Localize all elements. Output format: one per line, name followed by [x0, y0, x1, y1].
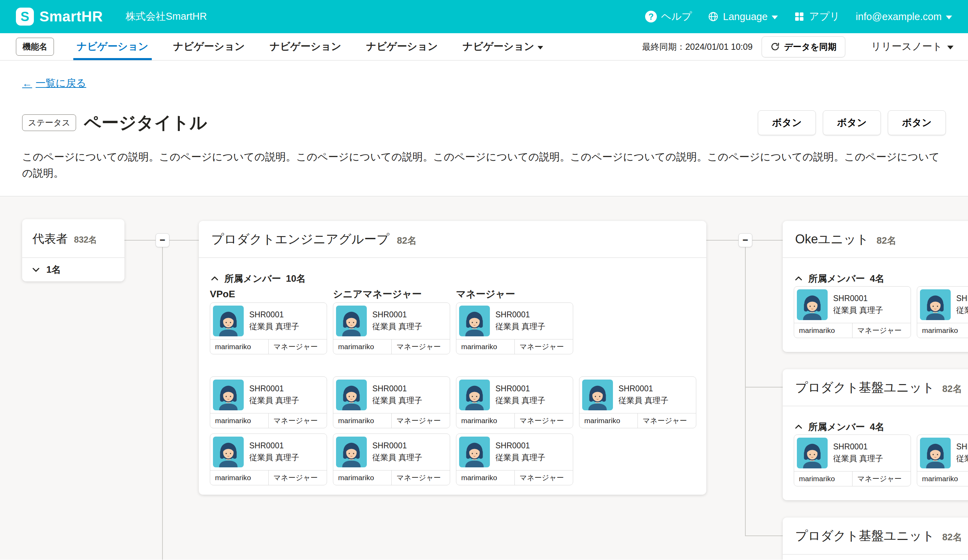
employee-role: マネージャー: [852, 472, 911, 486]
employee-name: 従業員 真理子: [956, 305, 968, 316]
employee-role: マネージャー: [514, 471, 573, 485]
page-actions: ボタン ボタン ボタン: [758, 110, 946, 135]
employee-card[interactable]: SHR0001 従業員 真理子 marimariko マネージャー: [456, 434, 573, 485]
employee-card[interactable]: SHR0001 従業員 真理子 marimariko マネージャー: [210, 434, 327, 485]
members-toggle[interactable]: 所属メンバー 10名: [210, 272, 306, 285]
employee-id: SHR0001: [956, 294, 968, 303]
employee-card[interactable]: SHR0001 従業員 真理子 marimariko マネージャー: [456, 376, 573, 428]
employee-role: マネージャー: [514, 340, 573, 354]
employee-card-footer: marimariko マネージャー: [794, 323, 911, 338]
member-row: SHR0001 従業員 真理子 marimariko マネージャー: [794, 434, 968, 486]
employee-card[interactable]: SHR0001 従業員 真理子 marimariko マネージャー: [794, 434, 911, 486]
account-menu[interactable]: info@example.com: [856, 11, 952, 22]
apps-label: アプリ: [809, 10, 840, 23]
employee-card[interactable]: SHR0001 従業員 真理子 marimariko マネージャー: [333, 376, 450, 428]
chevron-up-icon: [794, 422, 804, 432]
employee-avatar: [213, 379, 244, 410]
nav-tab-4[interactable]: ナビゲーション: [363, 33, 441, 60]
minus-icon: −: [160, 235, 165, 246]
org-root-card[interactable]: 代表者 832名 1名: [22, 219, 124, 282]
collapse-button[interactable]: −: [156, 234, 169, 247]
sync-data-button[interactable]: データを同期: [762, 36, 845, 57]
back-to-list-link[interactable]: ← 一覧に戻る: [22, 76, 86, 90]
employee-name: 従業員 真理子: [833, 453, 883, 464]
org-group-card-kiban-2: プロダクト基盤ユニット 82名 所属メンバー 4名: [783, 517, 968, 560]
nav-tab-1[interactable]: ナビゲーション: [73, 33, 152, 60]
employee-card-main: SHR0001 従業員 真理子: [794, 435, 911, 471]
action-button-3[interactable]: ボタン: [888, 110, 946, 135]
last-sync-time: 最終同期：2024/01/01 10:09: [642, 41, 753, 53]
employee-role: マネージャー: [268, 340, 327, 354]
connector-line: [752, 240, 783, 240]
employee-card[interactable]: SHR0001 従業員 真理子 marimariko マネージャー: [333, 434, 450, 485]
nav-tab-2[interactable]: ナビゲーション: [170, 33, 248, 60]
employee-username: marimariko: [333, 340, 391, 354]
employee-card-footer: marimariko マネージャー: [456, 413, 573, 428]
language-menu[interactable]: Language: [708, 11, 778, 22]
employee-avatar: [459, 306, 490, 336]
employee-username: marimariko: [210, 340, 268, 354]
apps-menu[interactable]: アプリ: [794, 10, 840, 23]
employee-card-main: SHR0001 従業員 真理子: [917, 435, 968, 471]
apps-icon: [794, 11, 805, 22]
employee-avatar: [213, 306, 244, 336]
employee-card[interactable]: SHR0001 従業員 真理子 marimariko マネージャー: [917, 434, 968, 486]
employee-card[interactable]: SHR0001 従業員 真理子 marimariko マネージャー: [210, 303, 327, 354]
employee-card[interactable]: SHR0001 従業員 真理子 marimariko マネージャー: [333, 303, 450, 354]
minus-icon: −: [743, 235, 748, 246]
group-header: Okeユニット 82名: [783, 221, 968, 258]
smarthr-logo-icon[interactable]: S: [16, 8, 34, 26]
members-toggle[interactable]: 所属メンバー 4名: [794, 272, 884, 285]
group-header: プロダクト基盤ユニット 82名: [783, 517, 968, 555]
nav-tab-3[interactable]: ナビゲーション: [266, 33, 345, 60]
role-label: VPoE: [210, 289, 327, 299]
employee-card-main: SHR0001 従業員 真理子: [210, 377, 327, 413]
employee-card[interactable]: SHR0001 従業員 真理子 marimariko マネージャー: [794, 286, 911, 338]
employee-name: 従業員 真理子: [496, 395, 545, 406]
employee-card[interactable]: SHR0001 従業員 真理子 marimariko マネージャー: [917, 286, 968, 338]
help-menu[interactable]: ? ヘルプ: [645, 10, 692, 23]
employee-avatar: [920, 289, 951, 320]
employee-card-footer: marimariko マネージャー: [917, 471, 968, 486]
members-toggle[interactable]: 所属メンバー 4名: [794, 421, 884, 433]
release-notes-menu[interactable]: リリースノート: [857, 40, 968, 54]
group-name: プロダクト基盤ユニット: [795, 527, 935, 545]
employee-card[interactable]: SHR0001 従業員 真理子 marimariko マネージャー: [579, 376, 696, 428]
employee-avatar: [459, 379, 490, 410]
nav-tab-5[interactable]: ナビゲーション: [459, 33, 547, 60]
employee-id: SHR0001: [372, 384, 422, 393]
employee-card-footer: marimariko マネージャー: [333, 470, 450, 485]
collapse-button[interactable]: −: [738, 234, 752, 247]
employee-avatar: [920, 437, 951, 469]
root-expand-toggle[interactable]: 1名: [22, 257, 124, 282]
connector-line: [745, 247, 746, 536]
employee-card-main: SHR0001 従業員 真理子: [917, 287, 968, 323]
chevron-down-icon: [946, 15, 952, 19]
employee-card-main: SHR0001 従業員 真理子: [333, 303, 450, 339]
action-button-2[interactable]: ボタン: [823, 110, 881, 135]
group-count: 82名: [397, 234, 416, 247]
employee-card-footer: marimariko マネージャー: [210, 470, 327, 485]
page-title: ページタイトル: [84, 111, 207, 134]
action-button-1[interactable]: ボタン: [758, 110, 816, 135]
members-count: 4名: [870, 421, 884, 433]
members-label: 所属メンバー: [224, 272, 281, 285]
employee-card-main: SHR0001 従業員 真理子: [456, 377, 573, 413]
refresh-icon: [770, 42, 780, 51]
employee-card-main: SHR0001 従業員 真理子: [333, 377, 450, 413]
employee-card[interactable]: SHR0001 従業員 真理子 marimariko マネージャー: [456, 303, 573, 354]
root-name: 代表者: [33, 231, 68, 247]
employee-card[interactable]: SHR0001 従業員 真理子 marimariko マネージャー: [210, 376, 327, 428]
member-row: SHR0001 従業員 真理子 marimariko マネージャー: [794, 286, 968, 338]
employee-card-footer: marimariko マネージャー: [456, 339, 573, 354]
employee-name: 従業員 真理子: [372, 452, 422, 463]
group-body: 所属メンバー 10名 VPoE: [199, 258, 706, 485]
employee-username: marimariko: [456, 413, 514, 428]
employee-id: SHR0001: [956, 442, 968, 451]
employee-card-footer: marimariko マネージャー: [917, 323, 968, 338]
group-header: プロダクトエンジニアグループ 82名: [199, 221, 706, 258]
brand-name[interactable]: SmartHR: [40, 8, 103, 25]
employee-card-footer: marimariko マネージャー: [456, 470, 573, 485]
employee-id: SHR0001: [496, 384, 545, 393]
connector-line: [745, 535, 783, 536]
